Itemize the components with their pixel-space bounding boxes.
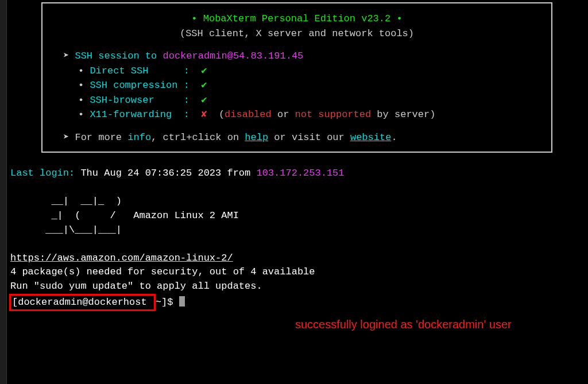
arrow-icon: ➤ (63, 132, 69, 143)
ascii-art-3: ___|\___|___| (10, 224, 122, 235)
more-mid2: or visit our (268, 132, 350, 143)
help-line: ➤ For more info, ctrl+click on help or v… (56, 130, 537, 145)
more-info: info (127, 132, 151, 143)
feature-label: Direct SSH : (90, 65, 195, 76)
arrow-icon: ➤ (63, 51, 69, 61)
cross-icon: ✘ (201, 109, 207, 120)
more-mid: , ctrl+click on (151, 132, 245, 143)
more-prefix: For more (75, 132, 127, 143)
note-or: or (272, 109, 295, 120)
bullet-icon: • (78, 95, 84, 106)
banner-subtitle: (SSH client, X server and network tools) (56, 26, 537, 41)
bullet-icon: • (78, 109, 84, 120)
bullet-icon: • (78, 80, 84, 91)
note-close: by server) (371, 109, 435, 120)
help-link[interactable]: help (245, 132, 268, 143)
prompt-rest: ~]$ (156, 297, 179, 308)
update-line: Run "sudo yum update" to apply all updat… (10, 281, 262, 292)
note-notsupported: not supported (295, 109, 372, 120)
more-end: . (391, 132, 397, 143)
last-login-label: Last login: (10, 168, 75, 179)
feature-ssh-browser: • SSH-browser : ✔ (56, 93, 537, 108)
annotation-text: successfully logined as 'dockeradmin' us… (295, 318, 512, 331)
editor-gutter (0, 0, 7, 384)
feature-label: X11-forwarding : (90, 109, 195, 120)
note-disabled: disabled (225, 109, 272, 120)
prompt-highlight-box: [dockeradmin@dockerhost (9, 294, 156, 312)
security-packages-line: 4 package(s) needed for security, out of… (10, 266, 315, 277)
amazon-linux-link[interactable]: https://aws.amazon.com/amazon-linux-2/ (10, 253, 233, 263)
session-label: SSH session to (75, 51, 163, 61)
feature-label: SSH compression : (90, 80, 195, 91)
website-link[interactable]: website (350, 132, 391, 143)
banner-title: • MobaXterm Personal Edition v23.2 • (56, 11, 537, 26)
feature-direct-ssh: • Direct SSH : ✔ (56, 64, 537, 79)
check-icon: ✔ (201, 65, 207, 76)
ascii-art-2: _| ( / Amazon Linux 2 AMI (10, 210, 239, 221)
note-open: ( (207, 109, 225, 120)
mobaxterm-banner: • MobaXterm Personal Edition v23.2 • (SS… (41, 2, 552, 153)
check-icon: ✔ (201, 95, 207, 106)
prompt-user-host: [dockeradmin@dockerhost (12, 297, 153, 308)
feature-label: SSH-browser : (90, 95, 195, 106)
check-icon: ✔ (201, 80, 207, 91)
terminal-pane[interactable]: • MobaXterm Personal Edition v23.2 • (SS… (8, 0, 588, 313)
last-login-ip: 103.172.253.151 (256, 168, 344, 179)
ascii-art-1: __| __|_ ) (10, 196, 122, 207)
feature-ssh-compression: • SSH compression : ✔ (56, 78, 537, 93)
session-target: dockeradmin@54.83.191.45 (163, 51, 303, 61)
banner-title-text: MobaXterm Personal Edition v23.2 (203, 13, 390, 24)
feature-x11-forwarding: • X11-forwarding : ✘ (disabled or not su… (56, 107, 537, 122)
session-line: ➤ SSH session to dockeradmin@54.83.191.4… (56, 49, 537, 64)
banner-bullet-right: • (396, 13, 402, 24)
last-login-time: Thu Aug 24 07:36:25 2023 from (75, 168, 256, 179)
banner-bullet-left: • (191, 13, 197, 24)
bullet-icon: • (78, 65, 84, 76)
terminal-cursor (179, 296, 185, 307)
terminal-body: Last login: Thu Aug 24 07:36:25 2023 fro… (10, 166, 586, 311)
